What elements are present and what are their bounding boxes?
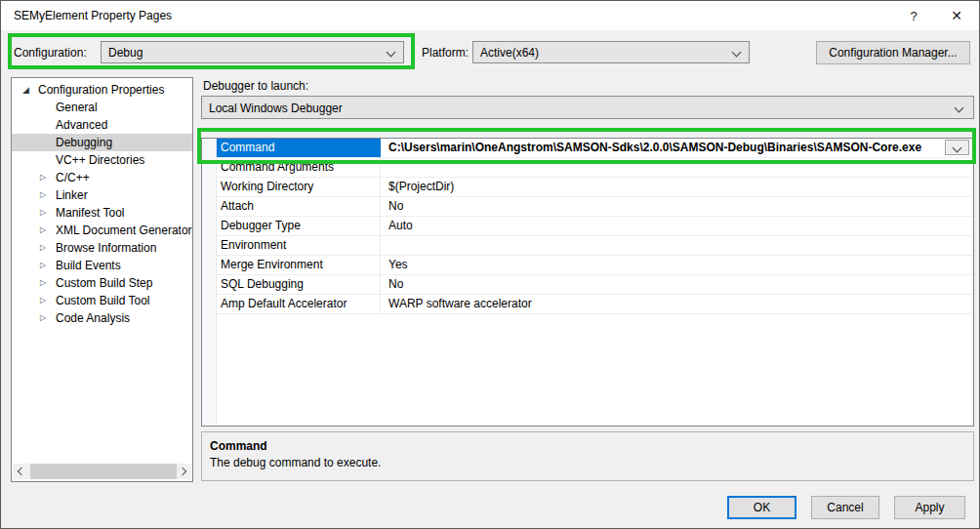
chevron-down-icon <box>955 103 964 113</box>
tree-item-label: Configuration Properties <box>38 81 164 99</box>
tree-item-custom-build-step[interactable]: ▷ Custom Build Step <box>12 274 192 292</box>
property-name-cell: Attach <box>217 197 381 216</box>
chevron-down-icon <box>732 48 742 58</box>
ok-button[interactable]: OK <box>727 496 796 519</box>
configuration-manager-button[interactable]: Configuration Manager... <box>816 41 970 64</box>
property-value-cell: C:\Users\marin\OneAngstrom\SAMSON-Sdks\2… <box>381 139 973 157</box>
description-title: Command <box>210 439 973 453</box>
tree-item-advanced[interactable]: Advanced <box>12 116 192 134</box>
debugger-dropdown-value: Local Windows Debugger <box>209 102 343 115</box>
tree-item-label: Browse Information <box>56 239 156 257</box>
property-name-cell: Debugger Type <box>217 217 381 235</box>
tree-horizontal-scrollbar[interactable] <box>13 464 191 479</box>
property-row-sql-debugging[interactable]: SQL Debugging No <box>217 275 973 295</box>
collapsed-arrow-icon[interactable]: ▷ <box>40 186 56 204</box>
platform-label: Platform: <box>422 46 469 60</box>
cancel-button[interactable]: Cancel <box>811 496 879 519</box>
scrollbar-thumb[interactable] <box>30 464 177 479</box>
configuration-dropdown[interactable]: Debug <box>101 41 404 63</box>
property-row-working-directory[interactable]: Working Directory $(ProjectDir) <box>217 178 973 197</box>
tree-item-debugging[interactable]: Debugging <box>12 134 192 151</box>
tree-item-manifest-tool[interactable]: ▷ Manifest Tool <box>12 204 192 222</box>
property-value-cell: WARP software accelerator <box>381 295 973 313</box>
collapsed-arrow-icon[interactable]: ▷ <box>40 239 56 257</box>
property-value-cell: Yes <box>381 256 973 274</box>
tree-item-custom-build-tool[interactable]: ▷ Custom Build Tool <box>12 292 192 309</box>
property-name-cell: Command <box>217 139 381 157</box>
debugger-dropdown[interactable]: Local Windows Debugger <box>201 96 974 119</box>
tree-item-vc-directories[interactable]: VC++ Directories <box>12 151 192 169</box>
property-value-cell <box>381 236 973 255</box>
tree-item-build-events[interactable]: ▷ Build Events <box>12 257 192 274</box>
property-row-command-arguments[interactable]: Command Arguments <box>217 158 973 178</box>
tree-item-label: Linker <box>56 186 88 204</box>
property-name-cell: Merge Environment <box>217 256 381 274</box>
tree-item-label: C/C++ <box>56 169 90 186</box>
expanded-arrow-icon[interactable]: ◢ <box>22 81 38 99</box>
tree-item-label: Advanced <box>56 116 107 134</box>
property-row-debugger-type[interactable]: Debugger Type Auto <box>217 217 973 236</box>
property-row-command[interactable]: Command C:\Users\marin\OneAngstrom\SAMSO… <box>217 139 973 158</box>
tree-item-general[interactable]: General <box>12 99 192 116</box>
platform-dropdown[interactable]: Active(x64) <box>472 41 750 63</box>
debugger-to-launch-label: Debugger to launch: <box>203 79 308 93</box>
tree-item-xml-document-generator[interactable]: ▷ XML Document Generator <box>12 222 192 239</box>
property-name-cell: Working Directory <box>217 178 381 196</box>
tree-item-linker[interactable]: ▷ Linker <box>12 186 192 204</box>
property-value-cell: No <box>381 197 973 216</box>
property-pages-dialog: SEMyElement Property Pages ? ✕ Configura… <box>0 0 980 529</box>
collapsed-arrow-icon[interactable]: ▷ <box>40 169 56 186</box>
configuration-dropdown-value: Debug <box>108 46 143 60</box>
help-icon[interactable]: ? <box>903 7 924 26</box>
tree-item-label: Debugging <box>56 134 112 151</box>
property-value-cell <box>381 158 973 177</box>
tree-item-label: Code Analysis <box>56 309 130 327</box>
command-value-dropdown-button[interactable] <box>945 140 969 155</box>
property-value-cell: No <box>381 275 973 294</box>
property-name-cell: SQL Debugging <box>217 275 381 294</box>
platform-dropdown-value: Active(x64) <box>480 46 539 60</box>
property-name-cell: Amp Default Accelerator <box>217 295 381 313</box>
chevron-down-icon <box>387 48 396 58</box>
tree-item-configuration-properties[interactable]: ◢ Configuration Properties <box>12 81 192 99</box>
title-bar: SEMyElement Property Pages ? ✕ <box>1 1 979 30</box>
tree-item-list: ◢ Configuration Properties General Advan… <box>12 78 192 327</box>
description-panel: Command The debug command to execute. <box>201 431 974 481</box>
apply-button[interactable]: Apply <box>894 496 965 519</box>
close-icon[interactable]: ✕ <box>946 7 967 26</box>
tree-item-label: Custom Build Tool <box>56 292 150 309</box>
scroll-right-arrow-icon[interactable] <box>176 464 191 479</box>
description-text: The debug command to execute. <box>210 456 973 469</box>
collapsed-arrow-icon[interactable]: ▷ <box>40 292 56 309</box>
collapsed-arrow-icon[interactable]: ▷ <box>40 309 56 327</box>
property-value-cell: Auto <box>381 217 973 235</box>
property-row-environment[interactable]: Environment <box>217 236 973 256</box>
property-row-attach[interactable]: Attach No <box>217 197 973 217</box>
grid-margin-column <box>202 139 217 426</box>
tree-item-browse-information[interactable]: ▷ Browse Information <box>12 239 192 257</box>
tree-item-label: General <box>56 99 98 116</box>
collapsed-arrow-icon[interactable]: ▷ <box>40 257 56 274</box>
property-row-amp-default-accelerator[interactable]: Amp Default Accelerator WARP software ac… <box>217 295 973 314</box>
tree-item-label: VC++ Directories <box>56 151 144 169</box>
property-grid: Command C:\Users\marin\OneAngstrom\SAMSO… <box>201 138 974 427</box>
tree-item-code-analysis[interactable]: ▷ Code Analysis <box>12 309 192 327</box>
property-row-list: Command C:\Users\marin\OneAngstrom\SAMSO… <box>217 139 973 314</box>
property-value-cell: $(ProjectDir) <box>381 178 973 196</box>
tree-item-c-c[interactable]: ▷ C/C++ <box>12 169 192 186</box>
collapsed-arrow-icon[interactable]: ▷ <box>40 222 56 239</box>
property-name-cell: Command Arguments <box>217 158 381 177</box>
collapsed-arrow-icon[interactable]: ▷ <box>40 274 56 292</box>
scroll-left-arrow-icon[interactable] <box>13 464 28 479</box>
configuration-label: Configuration: <box>14 46 87 60</box>
chevron-down-icon <box>953 143 962 153</box>
property-name-cell: Environment <box>217 236 381 255</box>
collapsed-arrow-icon[interactable]: ▷ <box>40 204 56 222</box>
window-title: SEMyElement Property Pages <box>14 9 172 22</box>
property-row-merge-environment[interactable]: Merge Environment Yes <box>217 256 973 275</box>
tree-item-label: Build Events <box>56 257 121 274</box>
tree-item-label: Manifest Tool <box>56 204 124 222</box>
configuration-tree-panel: ◢ Configuration Properties General Advan… <box>11 77 193 482</box>
tree-item-label: XML Document Generator <box>56 222 192 239</box>
tree-item-label: Custom Build Step <box>56 274 152 292</box>
